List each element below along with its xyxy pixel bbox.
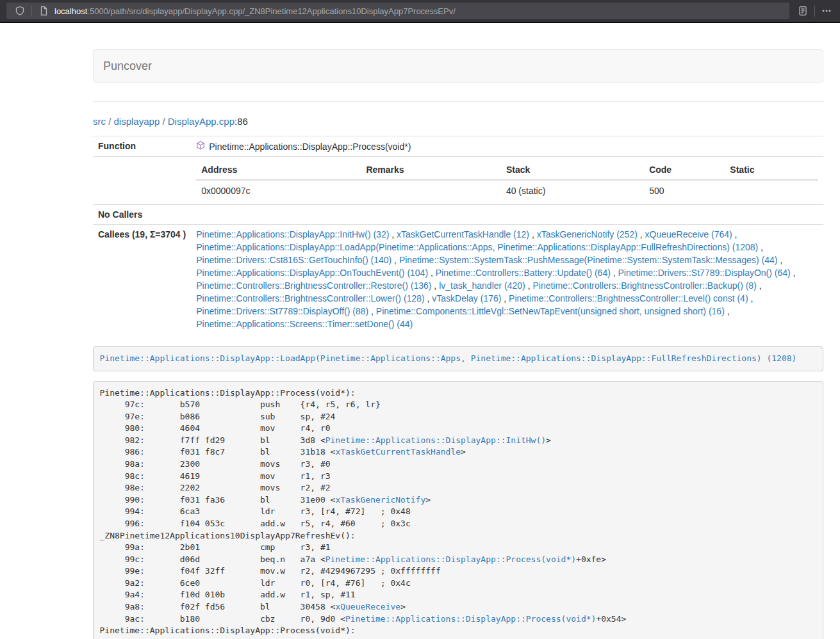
brand-title[interactable]: Puncover xyxy=(94,60,161,73)
callee-link[interactable]: xTaskGenericNotify (252) xyxy=(537,229,638,239)
cube-icon xyxy=(196,140,205,153)
callee-separator: , xyxy=(425,293,432,303)
browser-toolbar: localhost:5000/path/src/displayapp/Displ… xyxy=(0,0,840,23)
callee-link[interactable]: xQueueReceive (764) xyxy=(645,229,732,239)
col-static: Static xyxy=(725,160,818,180)
callee-separator: , xyxy=(758,242,763,252)
callee-link[interactable]: Pinetime::Controllers::Battery::Update()… xyxy=(436,268,611,278)
detail-header-row: Address Remarks Stack Code Static xyxy=(196,160,818,180)
no-callers-label: No Callers xyxy=(93,205,191,225)
callee-link[interactable]: Pinetime::Applications::DisplayApp::Load… xyxy=(196,242,758,252)
callee-separator: , xyxy=(638,229,645,239)
code-cell: 500 xyxy=(644,180,725,201)
function-row: Function Pinetime::Applications::Display… xyxy=(93,136,823,157)
function-row-label: Function xyxy=(93,136,191,157)
breadcrumb-link[interactable]: src xyxy=(93,116,106,127)
callee-separator: , xyxy=(611,268,618,278)
callee-separator: , xyxy=(428,268,436,278)
url-text[interactable]: localhost:5000/path/src/displayapp/Displ… xyxy=(54,6,456,16)
callee-separator: , xyxy=(791,268,796,278)
callee-link[interactable]: Pinetime::Drivers::Cst816S::GetTouchInfo… xyxy=(196,255,391,265)
callee-link[interactable]: Pinetime::Applications::DisplayApp::OnTo… xyxy=(196,268,428,278)
callee-link[interactable]: Pinetime::Controllers::BrightnessControl… xyxy=(196,293,424,303)
callee-separator: , xyxy=(725,306,730,316)
callee-link[interactable]: Pinetime::Drivers::St7789::DisplayOff() … xyxy=(196,306,368,316)
address-cell: 0x0000097c xyxy=(196,180,361,201)
callee-separator: , xyxy=(777,255,782,265)
breadcrumb-link[interactable]: displayapp xyxy=(114,116,160,127)
function-detail-table: Address Remarks Stack Code Static 0x0000… xyxy=(196,160,818,201)
callee-separator: , xyxy=(525,280,533,291)
highlighted-symbol-link[interactable]: Pinetime::Applications::DisplayApp::Load… xyxy=(100,353,797,363)
url-host: localhost xyxy=(54,6,87,16)
urlbar-separator xyxy=(31,6,32,17)
assembly-symbol-link[interactable]: Pinetime::Applications::DisplayApp::Proc… xyxy=(325,554,576,564)
toolbar-separator xyxy=(814,6,815,17)
callee-separator: , xyxy=(431,280,439,291)
overflow-menu-icon[interactable] xyxy=(818,3,835,19)
callee-separator: , xyxy=(391,255,399,265)
assembly-symbol-link[interactable]: xQueueReceive xyxy=(335,602,400,611)
divider xyxy=(93,101,823,102)
page-icon[interactable] xyxy=(35,3,52,19)
callee-separator: , xyxy=(748,293,754,303)
no-callers-row: No Callers xyxy=(93,205,823,225)
shield-icon[interactable] xyxy=(12,3,28,19)
callee-separator: , xyxy=(757,280,762,291)
function-name: Pinetime::Applications::DisplayApp::Proc… xyxy=(209,140,411,153)
callee-link[interactable]: Pinetime::Components::LittleVgl::SetNewT… xyxy=(376,306,725,316)
highlighted-symbol-box: Pinetime::Applications::DisplayApp::Load… xyxy=(93,346,823,371)
assembly-symbol-link[interactable]: xTaskGetCurrentTaskHandle xyxy=(335,447,461,457)
col-address: Address xyxy=(196,160,361,180)
callee-separator: , xyxy=(501,293,509,303)
breadcrumb-line-number: :86 xyxy=(235,116,248,127)
detail-value-row: 0x0000097c 40 (static) 500 xyxy=(196,180,818,201)
callee-link[interactable]: Pinetime::Applications::DisplayApp::Init… xyxy=(196,229,389,239)
callee-link[interactable]: vTaskDelay (176) xyxy=(432,293,501,303)
callee-link[interactable]: Pinetime::Controllers::BrightnessControl… xyxy=(509,293,748,303)
navbar: Puncover xyxy=(93,49,823,83)
assembly-code: Pinetime::Applications::DisplayApp::Proc… xyxy=(93,381,823,639)
callee-link[interactable]: Pinetime::Controllers::BrightnessControl… xyxy=(196,280,431,291)
assembly-symbol-link[interactable]: xTaskGenericNotify xyxy=(335,495,425,505)
breadcrumb-link[interactable]: DisplayApp.cpp xyxy=(168,116,235,127)
function-table: Function Pinetime::Applications::Display… xyxy=(93,136,823,334)
static-cell xyxy=(725,180,818,201)
callee-separator: , xyxy=(389,229,397,239)
col-stack: Stack xyxy=(501,160,644,180)
callee-separator: , xyxy=(732,229,737,239)
breadcrumb-separator: / xyxy=(106,116,114,127)
assembly-symbol-link[interactable]: Pinetime::Applications::DisplayApp::Proc… xyxy=(345,614,596,624)
breadcrumb: src / displayapp / DisplayApp.cpp:86 xyxy=(93,115,823,128)
page-container: Puncover src / displayapp / DisplayApp.c… xyxy=(93,23,823,639)
callee-link[interactable]: xTaskGetCurrentTaskHandle (12) xyxy=(397,229,529,239)
callee-link[interactable]: lv_task_handler (420) xyxy=(439,280,525,291)
callees-row: Callees (19, Σ=3704 ) Pinetime::Applicat… xyxy=(93,225,823,334)
callee-separator: , xyxy=(368,306,376,316)
function-detail-row: Address Remarks Stack Code Static 0x0000… xyxy=(93,157,823,205)
remarks-cell xyxy=(361,180,500,201)
assembly-symbol-link[interactable]: Pinetime::Applications::DisplayApp::Init… xyxy=(325,435,546,445)
col-code: Code xyxy=(644,160,725,180)
callee-link[interactable]: Pinetime::Applications::Screens::Timer::… xyxy=(196,319,413,329)
url-path: :5000/path/src/displayapp/DisplayApp.cpp… xyxy=(87,6,456,16)
url-bar[interactable]: localhost:5000/path/src/displayapp/Displ… xyxy=(6,3,789,19)
callees-label: Callees (19, Σ=3704 ) xyxy=(93,225,191,334)
breadcrumb-separator: / xyxy=(160,116,168,127)
stack-cell: 40 (static) xyxy=(501,180,644,201)
callee-link[interactable]: Pinetime::Drivers::St7789::DisplayOn() (… xyxy=(618,268,791,278)
callees-cell: Pinetime::Applications::DisplayApp::Init… xyxy=(191,225,823,334)
callee-link[interactable]: Pinetime::System::SystemTask::PushMessag… xyxy=(399,255,778,265)
callee-link[interactable]: Pinetime::Controllers::BrightnessControl… xyxy=(532,280,756,291)
callee-separator: , xyxy=(529,229,537,239)
col-remarks: Remarks xyxy=(361,160,500,180)
reader-mode-icon[interactable] xyxy=(795,3,811,19)
